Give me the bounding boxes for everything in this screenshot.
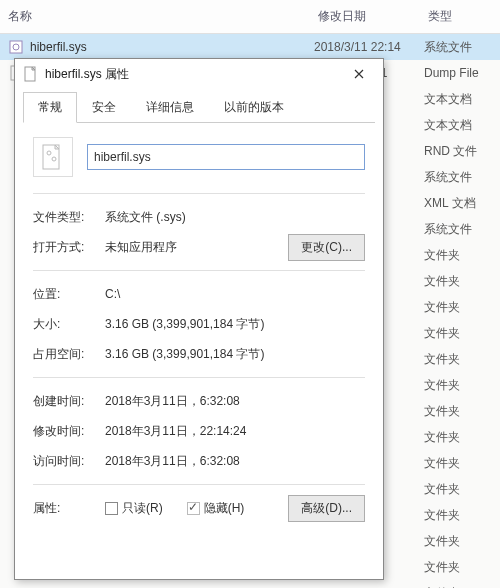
checkbox-hidden-label: 隐藏(H) — [204, 500, 245, 517]
tab-security[interactable]: 安全 — [77, 92, 131, 123]
file-type: 文件夹 — [424, 507, 500, 524]
close-button[interactable] — [339, 60, 379, 88]
file-type: 文件夹 — [424, 481, 500, 498]
file-date: 2018/3/11 22:14 — [314, 40, 424, 54]
advanced-button[interactable]: 高级(D)... — [288, 495, 365, 522]
file-type: RND 文件 — [424, 143, 500, 160]
checkbox-readonly[interactable]: 只读(R) — [105, 500, 163, 517]
value-opens: 未知应用程序 — [105, 239, 288, 256]
col-date[interactable]: 修改日期 — [310, 4, 420, 29]
change-button[interactable]: 更改(C)... — [288, 234, 365, 261]
value-size: 3.16 GB (3,399,901,184 字节) — [105, 316, 365, 333]
value-location: C:\ — [105, 287, 365, 301]
tab-strip: 常规 安全 详细信息 以前的版本 — [23, 91, 375, 123]
tab-details[interactable]: 详细信息 — [131, 92, 209, 123]
label-attributes: 属性: — [33, 500, 105, 517]
file-type: 文本文档 — [424, 117, 500, 134]
value-filetype: 系统文件 (.sys) — [105, 209, 365, 226]
value-sizeondisk: 3.16 GB (3,399,901,184 字节) — [105, 346, 365, 363]
label-opens: 打开方式: — [33, 239, 105, 256]
file-type: 文件夹 — [424, 533, 500, 550]
tab-previous[interactable]: 以前的版本 — [209, 92, 299, 123]
label-accessed: 访问时间: — [33, 453, 105, 470]
label-created: 创建时间: — [33, 393, 105, 410]
file-type: 文件夹 — [424, 429, 500, 446]
properties-dialog: hiberfil.sys 属性 常规 安全 详细信息 以前的版本 文件类型:系统… — [14, 58, 384, 580]
tab-general[interactable]: 常规 — [23, 92, 77, 123]
file-type: 文件夹 — [424, 403, 500, 420]
file-type: XML 文档 — [424, 195, 500, 212]
file-type: Dump File — [424, 66, 500, 80]
value-accessed: 2018年3月11日，6:32:08 — [105, 453, 365, 470]
file-type: 文件夹 — [424, 377, 500, 394]
filetype-icon — [33, 137, 73, 177]
titlebar[interactable]: hiberfil.sys 属性 — [15, 59, 383, 89]
file-name: hiberfil.sys — [30, 40, 314, 54]
file-type: 文件夹 — [424, 455, 500, 472]
file-type: 系统文件 — [424, 39, 500, 56]
checkbox-hidden: 隐藏(H) — [187, 500, 245, 517]
label-size: 大小: — [33, 316, 105, 333]
col-name[interactable]: 名称 — [0, 4, 310, 29]
table-row[interactable]: hiberfil.sys2018/3/11 22:14系统文件 — [0, 34, 500, 60]
label-filetype: 文件类型: — [33, 209, 105, 226]
file-type: 文件夹 — [424, 559, 500, 576]
file-type: 文件夹 — [424, 247, 500, 264]
file-type: 文件夹 — [424, 299, 500, 316]
file-icon — [8, 39, 24, 55]
general-pane: 文件类型:系统文件 (.sys) 打开方式: 未知应用程序 更改(C)... 位… — [15, 123, 383, 533]
value-modified: 2018年3月11日，22:14:24 — [105, 423, 365, 440]
table-row[interactable]: 2:13文件夹 — [0, 580, 500, 588]
value-created: 2018年3月11日，6:32:08 — [105, 393, 365, 410]
svg-rect-0 — [10, 41, 22, 53]
label-modified: 修改时间: — [33, 423, 105, 440]
column-headers: 名称 修改日期 类型 — [0, 0, 500, 34]
filename-input[interactable] — [87, 144, 365, 170]
dialog-title: hiberfil.sys 属性 — [45, 66, 339, 83]
file-type: 文件夹 — [424, 325, 500, 342]
file-type: 文件夹 — [424, 273, 500, 290]
file-type: 文件夹 — [424, 585, 500, 589]
file-type: 文件夹 — [424, 351, 500, 368]
file-icon — [23, 66, 39, 82]
label-sizeondisk: 占用空间: — [33, 346, 105, 363]
file-type: 系统文件 — [424, 169, 500, 186]
file-type: 文本文档 — [424, 91, 500, 108]
checkbox-readonly-label: 只读(R) — [122, 500, 163, 517]
file-type: 系统文件 — [424, 221, 500, 238]
col-type[interactable]: 类型 — [420, 4, 500, 29]
label-location: 位置: — [33, 286, 105, 303]
